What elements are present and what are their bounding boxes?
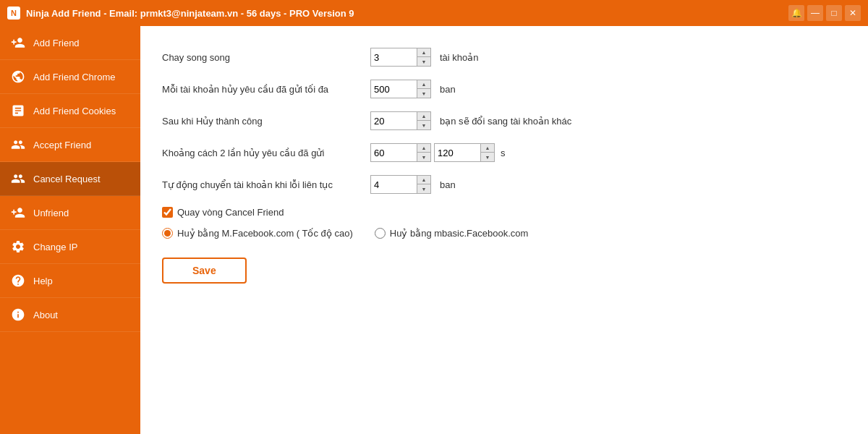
sidebar-item-cancel-request[interactable]: Cancel Request xyxy=(0,162,140,196)
sidebar-label-cancel-request: Cancel Request xyxy=(33,174,101,184)
radio-label-mbasic[interactable]: Huỷ bằng mbasic.Facebook.com xyxy=(390,228,529,239)
radio-input-m[interactable] xyxy=(162,228,173,239)
add-friend-chrome-icon xyxy=(10,69,26,85)
change-ip-icon xyxy=(10,239,26,255)
titlebar-title: Ninja Add Friend - Email: prmkt3@ninjate… xyxy=(26,8,788,19)
sidebar-label-help: Help xyxy=(33,276,53,286)
spinner-sau-khi-huy: ▲ ▼ xyxy=(417,111,431,130)
form-check-quay-vong: Quay vòng Cancel Friend xyxy=(162,207,846,218)
unit-sau-khi-huy: bạn sẽ đổi sang tài khoản khác xyxy=(440,116,571,127)
main-layout: Add Friend Add Friend Chrome Add Friend … xyxy=(0,26,868,434)
unit-chay-song-song: tài khoản xyxy=(440,52,479,63)
app-icon: N xyxy=(7,7,20,20)
input-wrap-khoang-cach-1: ▲ ▼ xyxy=(370,143,431,162)
checkbox-quay-vong[interactable] xyxy=(162,207,173,218)
sidebar-label-about: About xyxy=(33,310,58,320)
sidebar-label-add-friend-cookies: Add Friend Cookies xyxy=(33,106,116,116)
checkbox-label-quay-vong[interactable]: Quay vòng Cancel Friend xyxy=(177,207,284,218)
input-chay-song-song[interactable] xyxy=(370,48,417,67)
dual-input-khoang-cach: ▲ ▼ ▲ ▼ s xyxy=(370,143,506,162)
sidebar-item-unfriend[interactable]: Unfriend xyxy=(0,196,140,230)
form-row-chay-song-song: Chay song song ▲ ▼ tài khoản xyxy=(162,48,846,67)
notification-btn[interactable]: 🔔 xyxy=(788,5,804,21)
label-khoang-cach: Khoảng cách 2 lần hủy yêu cầu đã gửi xyxy=(162,148,365,158)
label-moi-tai-khoan: Mỗi tài khoản hủy yêu cầu đã gửi tối đa xyxy=(162,84,365,95)
label-tu-dong: Tự động chuyển tài khoản khi lỗi liên tụ… xyxy=(162,179,365,190)
sidebar-item-accept-friend[interactable]: Accept Friend xyxy=(0,128,140,162)
unfriend-icon xyxy=(10,205,26,221)
sidebar-label-unfriend: Unfriend xyxy=(33,208,69,218)
sidebar: Add Friend Add Friend Chrome Add Friend … xyxy=(0,26,140,434)
spinner-up-khoang-cach-2[interactable]: ▲ xyxy=(481,144,494,153)
spinner-down-khoang-cach-1[interactable]: ▼ xyxy=(417,153,430,161)
input-khoang-cach-1[interactable] xyxy=(370,143,417,162)
sidebar-item-add-friend[interactable]: Add Friend xyxy=(0,26,140,60)
sidebar-item-change-ip[interactable]: Change IP xyxy=(0,230,140,264)
form-row-tu-dong: Tự động chuyển tài khoản khi lỗi liên tụ… xyxy=(162,175,846,194)
maximize-btn[interactable]: □ xyxy=(826,5,842,21)
form-row-khoang-cach: Khoảng cách 2 lần hủy yêu cầu đã gửi ▲ ▼… xyxy=(162,143,846,162)
about-icon xyxy=(10,307,26,323)
radio-label-m[interactable]: Huỷ bằng M.Facebook.com ( Tốc độ cao) xyxy=(177,228,353,239)
spinner-khoang-cach-2: ▲ ▼ xyxy=(481,143,495,162)
form-row-sau-khi-huy: Sau khi Hủy thành công ▲ ▼ bạn sẽ đổi sa… xyxy=(162,111,846,130)
unit-moi-tai-khoan: ban xyxy=(440,84,456,95)
spinner-moi-tai-khoan: ▲ ▼ xyxy=(417,80,431,98)
spinner-down-sau-khi-huy[interactable]: ▼ xyxy=(417,121,430,129)
unit-tu-dong: ban xyxy=(440,179,456,190)
spinner-down-tu-dong[interactable]: ▼ xyxy=(417,184,430,193)
sidebar-item-about[interactable]: About xyxy=(0,298,140,332)
help-icon xyxy=(10,273,26,289)
window-controls: 🔔 — □ ✕ xyxy=(788,5,861,21)
add-friend-icon xyxy=(10,35,26,51)
form-row-moi-tai-khoan: Mỗi tài khoản hủy yêu cầu đã gửi tối đa … xyxy=(162,80,846,98)
sidebar-item-help[interactable]: Help xyxy=(0,264,140,298)
titlebar: N Ninja Add Friend - Email: prmkt3@ninja… xyxy=(0,0,868,26)
spinner-up-moi-tai-khoan[interactable]: ▲ xyxy=(417,80,430,89)
spinner-chay-song-song: ▲ ▼ xyxy=(417,48,431,67)
cancel-request-icon xyxy=(10,171,26,187)
input-wrap-sau-khi-huy: ▲ ▼ xyxy=(370,111,431,130)
spinner-down-moi-tai-khoan[interactable]: ▼ xyxy=(417,89,430,98)
sidebar-label-accept-friend: Accept Friend xyxy=(33,140,91,150)
input-moi-tai-khoan[interactable] xyxy=(370,80,417,98)
input-wrap-tu-dong: ▲ ▼ xyxy=(370,175,431,194)
sidebar-label-add-friend-chrome: Add Friend Chrome xyxy=(33,72,115,82)
sidebar-item-add-friend-cookies[interactable]: Add Friend Cookies xyxy=(0,94,140,128)
spinner-up-sau-khi-huy[interactable]: ▲ xyxy=(417,112,430,121)
label-chay-song-song: Chay song song xyxy=(162,52,365,63)
spinner-tu-dong: ▲ ▼ xyxy=(417,175,431,194)
input-khoang-cach-2[interactable] xyxy=(434,143,481,162)
accept-friend-icon xyxy=(10,137,26,153)
minimize-btn[interactable]: — xyxy=(807,5,823,21)
spinner-khoang-cach-1: ▲ ▼ xyxy=(417,143,431,162)
add-friend-cookies-icon xyxy=(10,103,26,119)
radio-input-mbasic[interactable] xyxy=(375,228,386,239)
spinner-up-khoang-cach-1[interactable]: ▲ xyxy=(417,144,430,153)
sidebar-item-add-friend-chrome[interactable]: Add Friend Chrome xyxy=(0,60,140,94)
input-wrap-chay-song-song: ▲ ▼ xyxy=(370,48,431,67)
spinner-down-chay-song-song[interactable]: ▼ xyxy=(417,57,430,66)
radio-mbasic-facebook: Huỷ bằng mbasic.Facebook.com xyxy=(375,228,529,239)
close-btn[interactable]: ✕ xyxy=(845,5,861,21)
sidebar-label-add-friend: Add Friend xyxy=(33,38,80,48)
input-wrap-moi-tai-khoan: ▲ ▼ xyxy=(370,80,431,98)
unit-khoang-cach: s xyxy=(501,148,506,158)
spinner-down-khoang-cach-2[interactable]: ▼ xyxy=(481,153,494,161)
sidebar-label-change-ip: Change IP xyxy=(33,242,77,252)
input-wrap-khoang-cach-2: ▲ ▼ xyxy=(434,143,495,162)
radio-m-facebook: Huỷ bằng M.Facebook.com ( Tốc độ cao) xyxy=(162,228,353,239)
content-area: Chay song song ▲ ▼ tài khoản Mỗi tài kho… xyxy=(140,26,868,434)
label-sau-khi-huy: Sau khi Hủy thành công xyxy=(162,116,365,127)
spinner-up-tu-dong[interactable]: ▲ xyxy=(417,176,430,184)
form-radio-group: Huỷ bằng M.Facebook.com ( Tốc độ cao) Hu… xyxy=(162,228,846,239)
input-tu-dong[interactable] xyxy=(370,175,417,194)
input-sau-khi-huy[interactable] xyxy=(370,111,417,130)
save-button[interactable]: Save xyxy=(162,258,247,284)
spinner-up-chay-song-song[interactable]: ▲ xyxy=(417,48,430,57)
